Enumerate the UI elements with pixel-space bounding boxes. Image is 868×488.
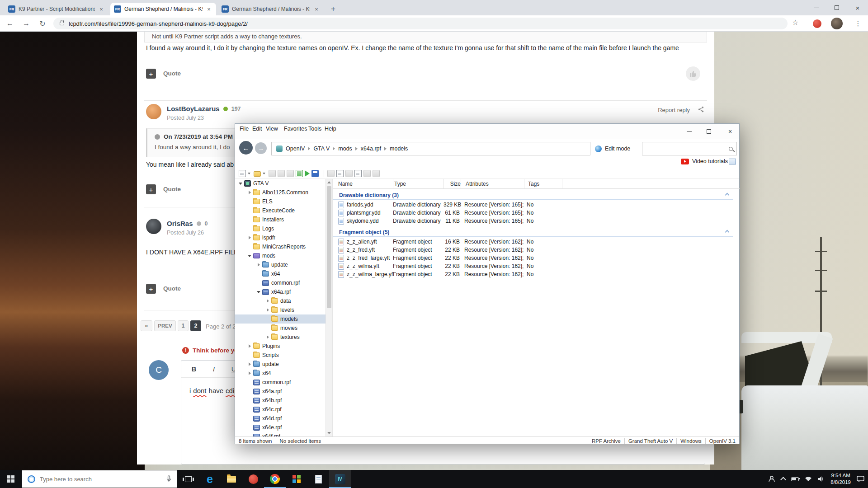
caret-right-icon[interactable] (247, 191, 252, 194)
column-type[interactable]: Type (393, 179, 444, 188)
caret-down-icon[interactable] (256, 291, 261, 293)
tree-item-gta-v[interactable]: GTA V (235, 179, 332, 188)
breadcrumb-item-gtav[interactable]: GTA V (313, 145, 330, 152)
wifi-icon[interactable] (805, 476, 812, 482)
pagination-first-button[interactable]: « (141, 320, 152, 331)
bold-button[interactable]: B (189, 366, 198, 373)
collapse-chevron-icon[interactable] (725, 230, 730, 235)
tree-item-common-rpf[interactable]: common.rpf (235, 278, 332, 287)
tree-item-levels[interactable]: levels (235, 305, 332, 314)
report-reply-link[interactable]: Report reply (658, 107, 690, 113)
column-attributes[interactable]: Attributes (461, 179, 524, 188)
edit-mode-button[interactable]: Edit mode (595, 142, 635, 155)
volume-icon[interactable] (818, 476, 825, 482)
tree-item-x64f-rpf[interactable]: x64f.rpf (235, 432, 332, 436)
tree-item-scripts[interactable]: Scripts (235, 351, 332, 360)
group-header-fragment-object[interactable]: Fragment object (5) (333, 228, 733, 237)
tree-item-update-root[interactable]: update (235, 360, 332, 369)
tree-item-mods[interactable]: mods (235, 251, 332, 260)
window-minimize-button[interactable] (806, 0, 826, 15)
multiquote-button[interactable]: + (146, 69, 156, 79)
tab-german-shepherd-2[interactable]: FR German Shepherd / Malinois - K9... × (218, 3, 324, 15)
cortana-icon[interactable] (28, 475, 35, 483)
quote-button[interactable]: Quote (163, 70, 181, 77)
task-view-button[interactable] (177, 470, 199, 488)
quote-button[interactable]: Quote (163, 285, 181, 292)
author-name[interactable]: LostBoyLazarus (167, 105, 220, 113)
taskbar-app-grid[interactable] (286, 470, 307, 488)
tab-close-icon[interactable]: × (98, 5, 105, 13)
tree-item-movies[interactable]: movies (235, 324, 332, 333)
tree-item-x64d-rpf[interactable]: x64d.rpf (235, 414, 332, 423)
menu-edit[interactable]: Edit (252, 126, 262, 132)
column-tags[interactable]: Tags (524, 179, 562, 188)
pagination-page-2-active[interactable]: 2 (190, 320, 201, 331)
share-post-button[interactable] (698, 106, 704, 115)
browser-back-button[interactable]: ← (4, 17, 16, 30)
openiv-search-input[interactable] (646, 145, 729, 152)
tree-item-x64a-rpf-root[interactable]: x64a.rpf (235, 387, 332, 396)
preview-icon[interactable] (327, 170, 335, 177)
cut-icon[interactable] (269, 170, 276, 177)
taskbar-app-explorer[interactable] (221, 470, 242, 488)
browser-profile-avatar[interactable] (831, 18, 843, 29)
tree-item-minicrashreports[interactable]: MiniCrashReports (235, 242, 332, 251)
tab-german-shepherd-active[interactable]: FR German Shepherd / Malinois - K9... × (110, 3, 216, 15)
people-icon[interactable] (768, 476, 775, 482)
openiv-search-box[interactable] (642, 142, 737, 155)
column-size[interactable]: Size (444, 179, 461, 188)
tree-item-x64a-rpf[interactable]: x64a.rpf (235, 287, 332, 296)
breadcrumb-item-models[interactable]: models (390, 145, 408, 152)
tree-item-x64-root[interactable]: x64 (235, 369, 332, 378)
window-maximize-button[interactable] (826, 0, 847, 15)
avatar-lostboylazarus[interactable] (146, 104, 161, 119)
collapse-chevron-icon[interactable] (725, 193, 730, 197)
tab-close-icon[interactable]: × (205, 5, 212, 13)
tree-item-x64[interactable]: x64 (235, 269, 332, 278)
import-icon[interactable] (363, 170, 371, 177)
openiv-close-button[interactable]: × (724, 125, 736, 138)
breadcrumb-item-mods[interactable]: mods (338, 145, 352, 152)
text-view-icon[interactable] (336, 170, 344, 177)
tree-item-x64e-rpf[interactable]: x64e.rpf (235, 423, 332, 432)
tree-item-data[interactable]: data (235, 296, 332, 305)
file-row-z-z-wilma-yft[interactable]: z_z_wilma.yftFragment object22 KBResourc… (333, 262, 740, 270)
openiv-forward-button[interactable]: → (255, 142, 267, 154)
bookmark-star-icon[interactable]: ☆ (792, 18, 798, 27)
multiquote-button[interactable]: + (146, 184, 156, 194)
caret-right-icon[interactable] (256, 263, 261, 267)
extension-icon[interactable] (813, 19, 821, 28)
pagination-page-1[interactable]: 1 (178, 320, 189, 331)
run-icon[interactable] (305, 170, 310, 177)
openiv-minimize-button[interactable] (683, 125, 695, 138)
battery-icon[interactable] (791, 477, 799, 481)
padlock-icon[interactable] (60, 22, 64, 25)
taskbar-app-red[interactable] (242, 470, 264, 488)
settings-icon[interactable] (373, 170, 380, 177)
scrollbar-thumb[interactable] (327, 186, 331, 308)
caret-down-icon[interactable] (238, 183, 243, 185)
tree-item-update[interactable]: update (235, 260, 332, 269)
new-file-icon[interactable] (239, 170, 246, 177)
italic-button[interactable]: I (209, 366, 218, 373)
tree-item-x64b-rpf[interactable]: x64b.rpf (235, 396, 332, 405)
tab-k9-partner[interactable]: FR K9 Partner - Script Modifications × (5, 3, 108, 15)
caret-right-icon[interactable] (265, 299, 270, 303)
caret-right-icon[interactable] (247, 362, 252, 366)
taskbar-clock[interactable]: 9:54 AM 8/8/2019 (830, 472, 851, 486)
caret-right-icon[interactable] (247, 371, 252, 375)
caret-down-icon[interactable] (247, 255, 252, 257)
search-icon[interactable] (729, 147, 733, 151)
export-icon[interactable] (354, 170, 362, 177)
browser-menu-icon[interactable]: ⋮ (853, 18, 863, 29)
browser-forward-button[interactable]: → (20, 17, 33, 30)
tree-item-executecode[interactable]: ExecuteCode (235, 206, 332, 215)
paste-icon[interactable] (287, 170, 294, 177)
like-button[interactable] (686, 66, 700, 81)
breadcrumb-item-x64a[interactable]: x64a.rpf (361, 145, 381, 152)
export-table-icon[interactable] (296, 170, 303, 177)
taskbar-search-box[interactable] (22, 470, 177, 488)
taskbar-app-openiv-active[interactable]: IV (329, 470, 351, 488)
openiv-back-button[interactable]: ← (239, 141, 253, 155)
caret-right-icon[interactable] (247, 344, 252, 348)
